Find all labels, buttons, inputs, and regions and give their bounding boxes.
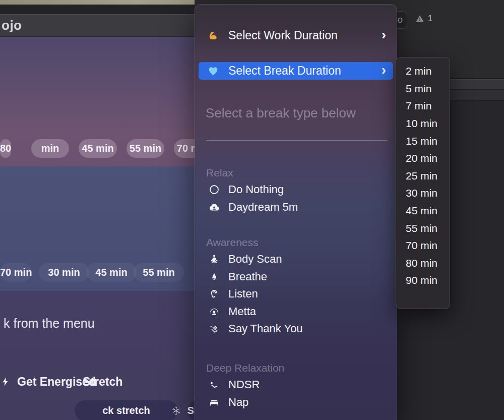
submenu-item[interactable]: 25 min [396,167,450,185]
ear-icon [208,288,220,300]
pill-label: 55 min [130,143,161,154]
break-type-label: Body Scan [228,253,282,266]
submenu-item-label: 30 min [406,187,437,199]
flex-bicep-icon [207,30,219,42]
break-type-label: Do Nothing [228,183,284,196]
submenu-item[interactable]: 20 min [396,150,450,167]
submenu-item-label: 55 min [406,222,437,234]
work-duration-pill[interactable]: 80 [0,139,11,158]
break-duration-pill[interactable]: 45 min [86,263,137,282]
menu-item-label: Select Work Duration [228,29,382,42]
window-top-strip [0,5,195,14]
action-pill[interactable]: ck stretch [75,400,178,420]
break-type-item[interactable]: Do Nothing [195,181,397,199]
desktop-wallpaper-strip [0,0,195,5]
chevron-right-icon: › [382,35,386,37]
menu-item[interactable]: Select Work Duration › [199,27,393,44]
recline-icon [208,379,220,391]
submenu-item-label: 7 min [406,100,431,112]
submenu-item-label: 80 min [406,257,437,269]
warning-badge[interactable]: 1 [415,14,432,23]
menu-section: AwarenessBody ScanBreatheListenMettaSay … [195,234,397,338]
break-type-item[interactable]: Listen [195,285,397,303]
menu-section: Deep RelaxationNDSRNap [195,360,397,411]
action-header-row: Stretch Get Energised [0,373,195,391]
bolt-icon [0,376,11,387]
pill-label: 80 [0,143,11,154]
submenu-item[interactable]: 55 min [396,219,450,237]
bed-icon [208,396,220,408]
submenu-item[interactable]: 10 min [396,115,450,133]
break-type-label: NDSR [228,378,260,391]
submenu-item-label: 20 min [406,152,437,164]
warning-icon [415,14,424,23]
section-header: Awareness [195,234,397,251]
work-duration-pill[interactable]: min [31,139,69,158]
break-duration-pill[interactable]: 55 min [134,263,184,282]
pill-label: 30 min [48,267,80,278]
break-type-label: Say Thank You [228,322,303,335]
pill-label: 55 min [143,267,174,278]
break-type-item[interactable]: Say Thank You [195,320,397,338]
menu-section: RelaxDo NothingDaydream 5m [195,165,397,216]
submenu-item[interactable]: 45 min [396,202,450,220]
meditate-icon [208,253,220,265]
break-type-label: Metta [228,305,256,318]
break-duration-pill[interactable]: 30 min [39,263,89,282]
light-blue-heart-icon [207,65,219,77]
submenu-item[interactable]: 2 min [396,63,450,80]
work-duration-pill[interactable]: 45 min [79,139,117,158]
section-header: Deep Relaxation [195,360,397,376]
chevron-right-icon: › [382,70,386,72]
break-actions-panel: k from the menu Stretch Get Energised [0,291,195,420]
snowflake-icon [171,406,181,415]
break-duration-pill[interactable]: 70 min [0,263,32,282]
work-duration-pill[interactable]: 55 min [127,139,164,158]
submenu-item[interactable]: 80 min [396,255,450,272]
menu-hint-text: k from the menu [4,316,95,331]
pill-label: 45 min [82,143,113,154]
work-duration-panel: min 45 min 55 min 70 min 80 [0,37,195,166]
submenu-item[interactable]: 15 min [396,132,450,150]
break-type-label: Nap [228,396,248,409]
toolbar-button-fragment[interactable]: o [397,11,407,29]
submenu-item-label: 10 min [406,117,437,130]
break-type-item[interactable]: Metta [195,303,397,321]
status-menu: Select Work Duration › Select Break Dura… [195,4,397,420]
circle-icon [208,184,220,196]
break-duration-submenu: 2 min 5 min 7 min 10 min 15 min 20 min [396,57,450,309]
submenu-item[interactable]: 90 min [396,272,450,289]
break-type-item[interactable]: Breathe [195,268,397,286]
submenu-item[interactable]: 30 min [396,185,450,202]
break-type-item[interactable]: Daydream 5m [195,199,397,216]
break-type-label: Breathe [228,270,267,283]
break-duration-panel: 30 min 45 min 55 min 70 min [0,166,195,291]
action-header-label: Get Energised [17,375,96,389]
submenu-item-label: 70 min [406,239,437,252]
window-titlebar[interactable]: ojo [0,14,195,37]
menu-item[interactable]: Select Break Duration › [199,62,393,80]
submenu-item-label: 15 min [406,135,437,147]
break-type-item[interactable]: NDSR [195,376,397,394]
nose-icon [208,271,220,283]
submenu-item-label: 45 min [406,205,437,217]
submenu-item[interactable]: 70 min [396,237,450,255]
break-type-item[interactable]: Body Scan [195,251,397,268]
pill-label: min [41,143,59,154]
metta-icon [208,306,220,318]
screen: o 1 ojo min 45 m [0,0,504,420]
clap-icon [208,323,220,335]
pill-label: 70 min [0,267,32,278]
break-type-label: Daydream 5m [228,201,298,214]
menu-item-label: Select Break Duration [228,64,382,78]
daydream-cloud-icon [208,201,220,213]
submenu-item-label: 2 min [406,65,431,77]
menu-primary-items: Select Work Duration › Select Break Dura… [195,27,397,80]
submenu-item[interactable]: 5 min [396,80,450,98]
break-type-label: Listen [228,287,258,301]
submenu-item-label: 90 min [406,274,437,286]
break-type-item[interactable]: Nap [195,394,397,411]
mojo-window: ojo min 45 min 55 min [0,5,195,420]
submenu-item[interactable]: 7 min [396,97,450,115]
action-header[interactable]: Get Energised [0,373,96,391]
